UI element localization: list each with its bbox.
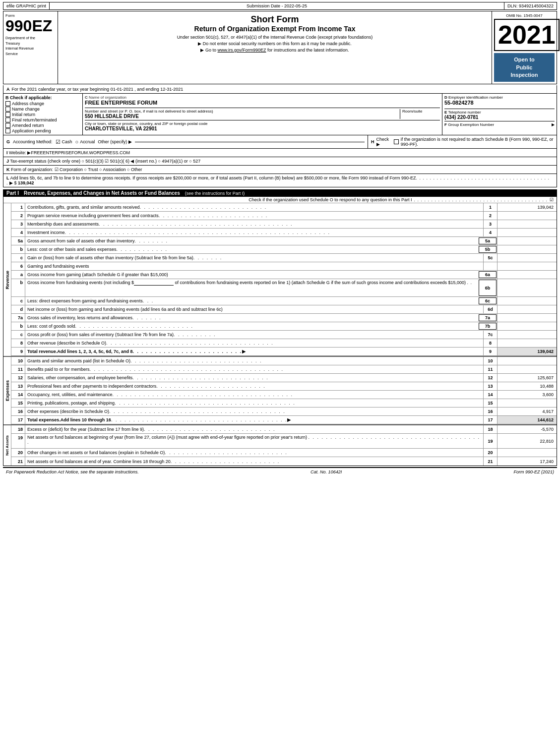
submission-date: Submission Date - 2022-05-25 [50,2,504,9]
line-8-desc: Other revenue (describe in Schedule O) .… [25,339,483,347]
amended-checkbox[interactable] [5,123,10,128]
line-7a-desc: Gross sales of inventory, less returns a… [25,314,478,322]
group-exemption-row: F Group Exemption Number ▶ [444,121,555,127]
line-3-ref-box: 3 [483,220,497,228]
line-13-desc: Professional fees and other payments to … [25,382,483,390]
website-value: Website: ▶FREEENTERPRISEFORUM.WORDPRESS.… [9,150,130,155]
line-6d-num: d [11,305,25,313]
expenses-section: Expenses 10 Grants and similar amounts p… [3,356,557,424]
line-6b-num: b [11,279,25,296]
line-7c-row: c Gross profit or (loss) from sales of i… [11,331,557,339]
line-5a-value [497,237,557,245]
accrual-option: ○ Accrual [75,139,95,145]
line-21-value: 17,240 [497,457,557,465]
name-change-checkbox[interactable] [5,107,10,112]
revenue-side-col: Revenue [3,203,11,356]
line-1-ref-box: 1 [483,203,497,211]
line-15-ref-box: 15 [483,399,497,407]
c-label-header: C Name of organization [85,95,440,100]
form-desc3: ▶ Go to www.irs.gov/Form990EZ for instru… [63,48,487,53]
line-20-value [497,449,557,457]
name-change-label: Name change [12,107,40,112]
line-2-value [497,212,557,220]
addr-value: 550 HILLSDALE DRIVE [85,114,398,119]
final-return-label: Final return/terminated [12,117,57,122]
section-a-row: A For the 2021 calendar year, or tax yea… [3,85,557,94]
line-5c-ref-box: 5c [483,254,497,262]
line-6c-row: c Less: direct expenses from gaming and … [11,297,557,305]
cash-option: ☑ Cash [56,139,72,145]
line-12-value: 125,607 [497,374,557,382]
l-value: 139,042 [18,180,34,185]
address-change-checkbox[interactable] [5,101,10,106]
line-17-num: 17 [11,416,25,424]
line-12-ref-box: 12 [483,374,497,382]
line-14-value: 3,600 [497,391,557,399]
line-6b-row: b Gross income from fundraising events (… [11,279,557,297]
line-5b-row: b Less: cost or other basis and sales ex… [11,245,557,254]
page: efile GRAPHIC print Submission Date - 20… [0,0,560,478]
line-9-num: 9 [11,348,25,355]
city-value: CHARLOTTESVILLE, VA 22901 [85,126,440,131]
line-6a-num: a [11,271,25,279]
d-label: D Employer identification number [444,95,555,100]
line-6a-value [497,271,557,279]
line-5a-row: 5a Gross amount from sale of assets othe… [11,237,557,245]
line-8-num: 8 [11,339,25,347]
line-15-value [497,399,557,407]
line-5b-ref: 5b [479,246,497,253]
line-15-desc: Printing, publications, postage, and shi… [25,399,483,407]
addr-row: Number and street (or P. O. box, if mail… [85,108,440,119]
section-b-col: B Check if applicable: Address change Na… [3,94,83,135]
addr-field: Number and street (or P. O. box, if mail… [85,109,400,119]
line-4-row: 4 Investment income . . . . . . . . . . … [11,229,557,237]
line-10-ref-box: 10 [483,357,497,365]
part1-check-row: Check if the organization used Schedule … [3,197,557,203]
form-title-sub: Return of Organization Exempt From Incom… [63,25,487,33]
line-6b-value [497,279,557,296]
checkbox-address-change: Address change [5,101,80,106]
line-6a-desc: Gross income from gaming (attach Schedul… [25,271,478,279]
tax-exempt-status: Tax-exempt status (check only one) ○ 501… [10,159,200,164]
line-6c-ref: 6c [479,297,497,304]
final-return-checkbox[interactable] [5,117,10,122]
line-6d-desc: Net income or (loss) from gaming and fun… [25,305,483,313]
line-2-num: 2 [11,212,25,220]
checkbox-app-pending: Application pending [5,128,80,133]
line-3-desc: Membership dues and assessments . . . . … [25,220,483,228]
irs-link[interactable]: www.irs.gov/Form990EZ [217,48,266,53]
line-6-row: 6 Gaming and fundraising events [11,262,557,271]
line-2-row: 2 Program service revenue including gove… [11,212,557,220]
line-14-row: 14 Occupancy, rent, utilities, and maint… [11,391,557,399]
line-17-desc: Total expenses. Add lines 10 through 16 … [25,416,483,424]
line-1-desc: Contributions, gifts, grants, and simila… [25,203,483,211]
line-16-desc: Other expenses (describe in Schedule O) … [25,407,483,415]
footer-left: For Paperwork Reduction Act Notice, see … [6,469,139,474]
section-j-row: J Tax-exempt status (check only one) ○ 5… [3,157,557,166]
line-21-row: 21 Net assets or fund balances at end of… [11,457,557,465]
app-pending-checkbox[interactable] [5,128,10,133]
line-5c-num: c [11,254,25,262]
line-7c-num: c [11,331,25,339]
bcd-row: B Check if applicable: Address change Na… [3,94,557,135]
line-11-desc: Benefits paid to or for members . . . . … [25,365,483,373]
expenses-side-label: Expenses [5,380,10,401]
line-3-value [497,220,557,228]
initial-return-checkbox[interactable] [5,112,10,117]
h-checkbox[interactable] [394,139,399,144]
line-2-ref-box: 2 [483,212,497,220]
line-7b-value [497,322,557,330]
expenses-side-col: Expenses [3,357,11,424]
form-title-main: Short Form [63,14,487,25]
open-to-public-badge: Open to Public Inspection [494,53,555,82]
section-g-col: G Accounting Method: ☑ Cash ○ Accrual Ot… [3,135,368,148]
line-6-num: 6 [11,262,25,270]
section-l-row: L Add lines 5b, 6c, and 7b to line 9 to … [3,174,557,187]
line-2-desc: Program service revenue including govern… [25,212,483,220]
line-12-desc: Salaries, other compensation, and employ… [25,374,483,382]
line-18-num: 18 [11,425,25,433]
line-18-ref-box: 18 [483,425,497,433]
line-6c-num: c [11,297,25,305]
net-assets-section: Net Assets 18 Excess or (deficit) for th… [3,424,557,465]
form-number-col: Form 990EZ Department of the Treasury In… [3,11,58,84]
